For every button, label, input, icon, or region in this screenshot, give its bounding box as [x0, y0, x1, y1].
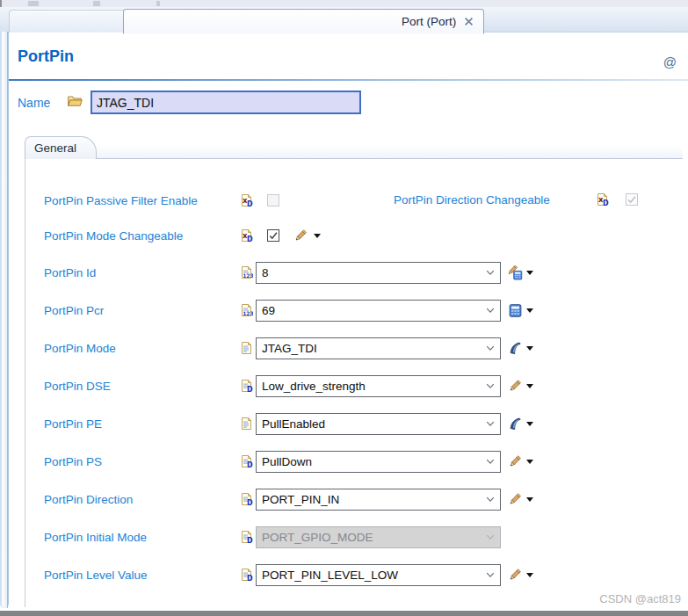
action-menu-arrow-icon[interactable]	[526, 460, 533, 467]
combobox-value: PORT_PIN_IN	[262, 493, 339, 506]
chevron-down-icon	[486, 534, 495, 540]
action-menu-arrow-icon[interactable]	[526, 497, 533, 505]
row-portpin-initial-mode: PortPin Initial Mode PORT_GPIO_MODE	[44, 525, 688, 548]
chevron-down-icon	[486, 345, 495, 351]
combobox-value: 69	[262, 304, 275, 317]
view-divider	[7, 32, 8, 608]
row-portpin-id: PortPin Id 8	[44, 261, 688, 284]
combobox-value: PullDown	[262, 455, 312, 468]
pencil-icon[interactable]	[293, 228, 308, 243]
tab-port[interactable]: Port (Port)	[123, 9, 484, 34]
enum-default-param-icon	[239, 568, 253, 582]
pencil-icon[interactable]	[508, 379, 523, 394]
action-menu-arrow-icon[interactable]	[526, 573, 533, 581]
mode-changeable-checkbox[interactable]	[267, 229, 279, 242]
group-border-left	[25, 159, 25, 607]
name-input[interactable]: JTAG_TDI	[91, 91, 361, 114]
portpin-ps-combobox[interactable]: PullDown	[256, 451, 501, 473]
field-label: PortPin Pcr	[44, 304, 239, 317]
editor-window: Mcu (Mcu) Port (Port) PortPin @ Name JTA…	[0, 0, 688, 616]
chevron-down-icon	[486, 496, 495, 503]
pencil-icon[interactable]	[508, 454, 523, 469]
tab-general[interactable]: General	[25, 136, 97, 159]
auto-link-icon[interactable]	[508, 341, 523, 356]
field-label: PortPin Passive Filter Enable	[44, 194, 239, 207]
field-label: PortPin PS	[44, 455, 239, 468]
folder-icon	[67, 93, 83, 109]
field-label: PortPin Mode Changeable	[44, 229, 239, 243]
group-border-top	[25, 158, 683, 159]
integer-param-icon	[239, 303, 253, 317]
row-passive-filter: PortPin Passive Filter Enable PortPin Di…	[44, 192, 688, 208]
editor-tab-bar: Mcu (Mcu) Port (Port)	[0, 7, 688, 33]
field-label: PortPin Direction Changeable	[394, 193, 581, 207]
close-icon[interactable]	[463, 16, 474, 27]
tab-label: Port (Port)	[402, 15, 456, 28]
row-portpin-ps: PortPin PS PullDown	[44, 450, 688, 473]
chevron-down-icon	[486, 308, 495, 314]
passive-filter-checkbox	[267, 194, 279, 207]
at-symbol: @	[663, 54, 677, 69]
boolean-param-icon	[595, 192, 609, 207]
name-label: Name	[18, 96, 50, 110]
portpin-pcr-combobox[interactable]: 69	[256, 300, 501, 322]
enum-default-param-icon	[239, 530, 253, 544]
field-label: PortPin Id	[44, 266, 239, 279]
boolean-param-icon	[239, 228, 253, 243]
integer-param-icon	[239, 265, 253, 279]
action-menu-arrow-icon[interactable]	[526, 384, 533, 392]
action-menu-arrow-icon[interactable]	[314, 234, 321, 242]
row-portpin-direction: PortPin Direction PORT_PIN_IN	[44, 488, 688, 511]
row-portpin-pe: PortPin PE PullEnabled	[44, 412, 688, 435]
row-portpin-level-value: PortPin Level Value PORT_PIN_LEVEL_LOW	[44, 563, 688, 586]
portpin-pe-combobox[interactable]: PullEnabled	[256, 413, 501, 435]
field-label: PortPin Initial Mode	[44, 531, 239, 544]
chevron-down-icon	[486, 572, 495, 578]
field-label: PortPin Direction	[44, 493, 239, 506]
combobox-value: 8	[262, 266, 269, 279]
pencil-icon[interactable]	[508, 492, 523, 507]
text-param-icon	[239, 341, 253, 355]
auto-link-icon[interactable]	[508, 417, 523, 431]
group-header-fill	[97, 146, 683, 158]
chevron-down-icon	[486, 383, 495, 389]
field-label: PortPin Level Value	[44, 569, 239, 582]
enum-default-param-icon	[239, 379, 253, 393]
row-portpin-mode: PortPin Mode JTAG_TDI	[44, 337, 688, 359]
bottom-edge-bar	[0, 611, 688, 616]
portpin-id-combobox[interactable]: 8	[256, 262, 501, 284]
chevron-down-icon	[486, 270, 495, 276]
portpin-level-value-combobox[interactable]: PORT_PIN_LEVEL_LOW	[256, 564, 501, 586]
row-direction-changeable: PortPin Direction Changeable	[394, 192, 638, 207]
calculator-icon[interactable]	[508, 303, 523, 318]
combobox-value: JTAG_TDI	[262, 342, 317, 355]
row-portpin-pcr: PortPin Pcr 69	[44, 299, 688, 322]
portpin-initial-mode-combobox: PORT_GPIO_MODE	[256, 526, 501, 548]
field-label: PortPin DSE	[44, 380, 239, 393]
action-menu-arrow-icon[interactable]	[526, 271, 533, 279]
portpin-dse-combobox[interactable]: Low_drive_strength	[256, 375, 501, 397]
combobox-value: PullEnabled	[262, 417, 325, 431]
row-portpin-dse: PortPin DSE Low_drive_strength	[44, 374, 688, 397]
combobox-value: Low_drive_strength	[262, 380, 366, 393]
field-label: PortPin Mode	[44, 342, 239, 355]
direction-changeable-checkbox	[626, 193, 638, 206]
chevron-down-icon	[486, 459, 495, 465]
portpin-direction-combobox[interactable]: PORT_PIN_IN	[256, 489, 501, 511]
row-mode-changeable: PortPin Mode Changeable	[44, 228, 688, 243]
combobox-value: PORT_GPIO_MODE	[262, 531, 373, 544]
chevron-down-icon	[486, 421, 495, 427]
portpin-mode-combobox[interactable]: JTAG_TDI	[256, 337, 501, 359]
action-menu-arrow-icon[interactable]	[526, 422, 533, 430]
pencil-icon[interactable]	[508, 568, 523, 583]
watermark: CSDN @act819	[599, 592, 681, 605]
pencil-calculator-icon[interactable]	[508, 265, 523, 280]
text-param-icon	[239, 417, 253, 431]
field-label: PortPin PE	[44, 417, 239, 431]
action-menu-arrow-icon[interactable]	[526, 346, 533, 354]
enum-default-param-icon	[239, 454, 253, 468]
action-menu-arrow-icon[interactable]	[526, 308, 533, 316]
enum-default-param-icon	[239, 492, 253, 506]
module-config-doc-icon	[133, 0, 396, 88]
boolean-param-icon	[239, 193, 253, 207]
